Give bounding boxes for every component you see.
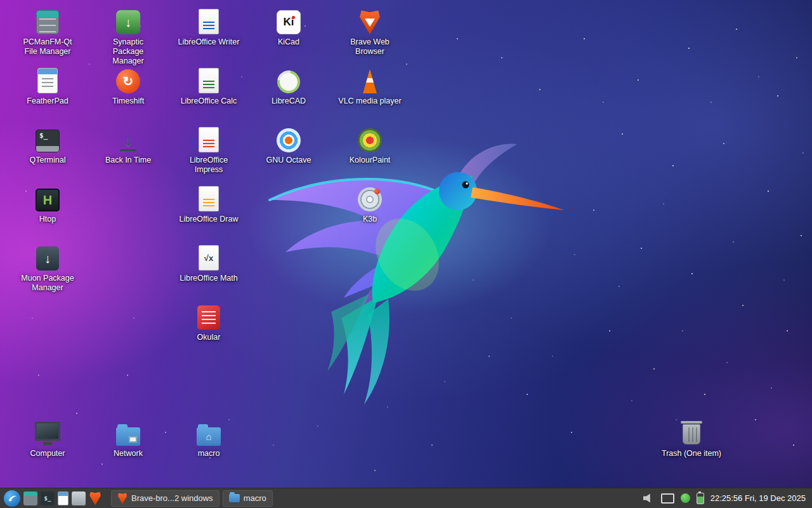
desktop-icon-label: LibreOffice Math xyxy=(180,274,237,283)
task-button-label: macro xyxy=(244,493,266,503)
desktop-icon-featherpad[interactable]: FeatherPad xyxy=(10,65,86,106)
back-in-time-icon: ↓ xyxy=(115,127,141,152)
application-menu-button[interactable] xyxy=(4,490,20,507)
featherpad-icon xyxy=(37,68,58,93)
volume-icon[interactable] xyxy=(643,493,655,504)
desktop-icon-kicad[interactable]: Ki KiCad xyxy=(251,6,327,47)
octave-icon xyxy=(277,128,301,152)
desktop-icon-label: GNU Octave xyxy=(266,156,311,165)
desktop-icon-trash[interactable]: Trash (One item) xyxy=(653,418,730,458)
desktop-icon-libreoffice-impress[interactable]: LibreOffice Impress xyxy=(171,124,247,175)
desktop-icon-vlc[interactable]: VLC media player xyxy=(332,65,408,106)
battery-icon[interactable] xyxy=(697,493,704,504)
system-tray: 22:25:56 Fri, 19 Dec 2025 xyxy=(643,493,808,504)
draw-document-icon xyxy=(199,186,219,211)
quicklaunch-terminal-icon[interactable]: $_ xyxy=(41,491,55,505)
desktop-icon-label: LibreOffice Impress xyxy=(190,156,228,175)
desktop-icon-label: Timeshift xyxy=(112,97,144,106)
math-document-icon: √x xyxy=(199,245,219,271)
network-folder-icon xyxy=(116,427,140,446)
desktop-icon-label: KolourPaint xyxy=(350,156,391,165)
desktop-wallpaper: PCManFM-Qt File Manager ↓ Synaptic Packa… xyxy=(0,0,812,488)
desktop-icon-brave[interactable]: Brave Web Browser xyxy=(332,6,408,57)
desktop-icon-label: VLC media player xyxy=(338,97,401,106)
desktop-icon-label: macro xyxy=(198,449,220,458)
desktop-icon-libreoffice-draw[interactable]: LibreOffice Draw xyxy=(171,184,247,224)
trash-icon xyxy=(683,424,700,444)
desktop-icon-gnu-octave[interactable]: GNU Octave xyxy=(251,124,327,165)
desktop-icon-back-in-time[interactable]: ↓ Back In Time xyxy=(90,124,166,165)
calc-document-icon xyxy=(199,68,219,93)
file-manager-icon xyxy=(36,10,59,34)
task-button-brave[interactable]: Brave-bro...2 windows xyxy=(111,490,219,507)
desktop-icon-k3b[interactable]: K3b xyxy=(332,184,408,224)
desktop-icon-label: Network xyxy=(114,449,143,458)
vlc-cone-icon xyxy=(359,69,381,93)
desktop-icon-label: Htop xyxy=(39,215,56,224)
okular-icon xyxy=(197,305,220,330)
folder-icon xyxy=(229,494,240,502)
brave-icon xyxy=(117,493,128,504)
desktop-icon-libreoffice-writer[interactable]: LibreOffice Writer xyxy=(171,6,247,47)
kolourpaint-icon xyxy=(358,128,382,152)
librecad-icon xyxy=(273,66,304,98)
desktop-icon-computer[interactable]: Computer xyxy=(10,418,86,458)
desktop-icon-label: Muon Package Manager xyxy=(21,274,74,293)
desktop-icon-label: FeatherPad xyxy=(27,97,68,106)
task-button-label: Brave-bro...2 windows xyxy=(131,493,213,503)
desktop-icon-label: LibreCAD xyxy=(272,97,306,106)
writer-document-icon xyxy=(199,9,219,34)
kicad-icon: Ki xyxy=(277,10,301,34)
timeshift-icon: ↻ xyxy=(116,69,140,93)
desktop-icon-label: LibreOffice Writer xyxy=(178,37,240,47)
desktop-icon-pcmanfm-file-manager[interactable]: PCManFM-Qt File Manager xyxy=(10,6,86,57)
desktop-icon-libreoffice-calc[interactable]: LibreOffice Calc xyxy=(171,65,247,106)
k3b-disc-icon xyxy=(358,187,382,211)
brave-icon xyxy=(358,9,381,34)
desktop-icon-label: Computer xyxy=(30,449,65,458)
desktop-icon-okular[interactable]: Okular xyxy=(171,302,247,342)
desktop-icon-muon[interactable]: ↓ Muon Package Manager xyxy=(10,243,86,293)
muon-icon: ↓ xyxy=(36,246,59,271)
terminal-icon: $_ xyxy=(36,130,60,152)
quicklaunch-archive-icon[interactable] xyxy=(72,491,86,505)
computer-icon xyxy=(35,422,60,441)
desktop-icon-label: QTerminal xyxy=(30,156,66,165)
stars-dim-decoration xyxy=(0,0,1,1)
synaptic-icon: ↓ xyxy=(116,10,140,34)
impress-document-icon xyxy=(199,127,219,152)
desktop-icon-librecad[interactable]: LibreCAD xyxy=(251,65,327,106)
desktop-icon-libreoffice-math[interactable]: √x LibreOffice Math xyxy=(171,243,247,283)
desktop-icon-kolourpaint[interactable]: KolourPaint xyxy=(332,124,408,165)
desktop-icon-label: Back In Time xyxy=(105,156,151,165)
home-folder-icon: ⌂ xyxy=(197,427,221,446)
quicklaunch-file-manager-icon[interactable] xyxy=(23,491,37,505)
quicklaunch-text-editor-icon[interactable] xyxy=(58,491,69,505)
lubuntu-menu-icon xyxy=(6,493,18,504)
desktop-icon-label: PCManFM-Qt File Manager xyxy=(23,37,72,57)
desktop-icon-label: Okular xyxy=(197,333,221,342)
display-icon[interactable] xyxy=(661,493,674,504)
taskbar-panel: $_ Brave-bro...2 windows macro 22:25:56 … xyxy=(0,488,812,508)
desktop-icon-label: LibreOffice Calc xyxy=(181,97,237,106)
desktop-icon-label: Synaptic Package Manager xyxy=(112,37,143,65)
quicklaunch-brave-icon[interactable] xyxy=(89,491,102,505)
desktop-icon-label: Trash (One item) xyxy=(662,449,721,458)
desktop-icon-macro-folder[interactable]: ⌂ macro xyxy=(171,418,247,458)
desktop-icon-timeshift[interactable]: ↻ Timeshift xyxy=(90,65,166,106)
network-status-icon[interactable] xyxy=(681,493,690,503)
task-button-macro[interactable]: macro xyxy=(223,490,273,507)
taskbar-clock[interactable]: 22:25:56 Fri, 19 Dec 2025 xyxy=(710,493,806,503)
desktop-icon-network[interactable]: Network xyxy=(90,418,166,458)
desktop-icon-synaptic[interactable]: ↓ Synaptic Package Manager xyxy=(90,6,166,65)
desktop-icon-label: KiCad xyxy=(278,37,299,47)
desktop-icon-label: Brave Web Browser xyxy=(350,37,390,57)
desktop-icon-label: LibreOffice Draw xyxy=(180,215,239,224)
desktop-icon-label: K3b xyxy=(363,215,377,224)
htop-icon: H xyxy=(36,189,60,211)
desktop-icon-htop[interactable]: H Htop xyxy=(10,184,86,224)
desktop-icon-qterminal[interactable]: $_ QTerminal xyxy=(10,124,86,165)
